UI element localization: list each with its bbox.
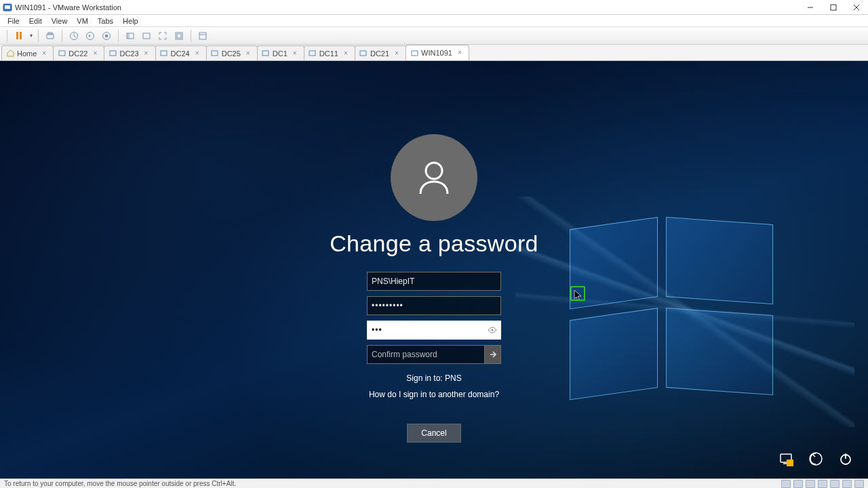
tab-dc1[interactable]: DC1 × [257, 45, 304, 60]
svg-rect-16 [177, 34, 181, 38]
reveal-password-icon[interactable] [487, 325, 498, 336]
new-password-input[interactable] [372, 321, 496, 339]
page-title: Change a password [330, 230, 538, 257]
tab-label: DC21 [370, 49, 389, 58]
status-hint: To return to your computer, move the mou… [4, 480, 236, 487]
ease-of-access-icon[interactable] [808, 451, 823, 466]
tab-label: DC23 [119, 49, 138, 58]
snapshot-manager-button[interactable] [99, 29, 114, 43]
close-icon[interactable]: × [246, 50, 253, 57]
app-icon [3, 3, 12, 12]
vm-icon [359, 49, 368, 58]
svg-rect-23 [262, 51, 269, 56]
svg-rect-13 [127, 33, 130, 39]
home-icon [6, 49, 14, 58]
new-password-field[interactable] [367, 321, 501, 340]
minimize-button[interactable] [799, 0, 822, 14]
svg-point-28 [492, 329, 494, 331]
tab-dc23[interactable]: DC23 × [104, 45, 155, 60]
tab-dc22[interactable]: DC22 × [53, 45, 104, 60]
tray-device-icon[interactable] [818, 480, 827, 488]
statusbar: To return to your computer, move the mou… [0, 479, 868, 488]
svg-rect-11 [105, 35, 108, 37]
svg-rect-19 [59, 51, 65, 56]
vm-icon [410, 49, 418, 57]
vm-icon [262, 49, 270, 58]
warning-badge-icon [787, 460, 793, 466]
maximize-button[interactable] [822, 0, 845, 14]
network-icon[interactable] [778, 451, 793, 466]
menu-tabs[interactable]: Tabs [93, 16, 118, 26]
svg-rect-3 [831, 5, 836, 10]
power-dropdown[interactable]: ▾ [28, 29, 34, 43]
window-controls [799, 0, 868, 14]
tab-dc21[interactable]: DC21 × [355, 45, 406, 60]
tab-label: DC11 [319, 49, 338, 58]
view-single-button[interactable] [139, 29, 154, 43]
unity-button[interactable] [172, 29, 186, 43]
close-icon[interactable]: × [293, 50, 300, 57]
titlebar: WIN1091 - VMware Workstation [0, 0, 868, 15]
tab-label: Home [17, 49, 37, 58]
fullscreen-button[interactable] [155, 29, 170, 43]
close-button[interactable] [845, 0, 868, 14]
close-icon[interactable]: × [344, 50, 351, 57]
vm-icon [309, 49, 317, 58]
user-icon [412, 156, 456, 199]
tray-device-icon[interactable] [842, 480, 852, 488]
tray-device-icon[interactable] [830, 480, 840, 488]
tray-device-icon[interactable] [854, 480, 864, 488]
signin-domain-label: Sign in to: PNS [406, 373, 461, 383]
confirm-password-field[interactable] [367, 345, 501, 364]
tray-device-icon[interactable] [806, 480, 815, 488]
view-console-button[interactable] [123, 29, 138, 43]
tray-device-icon[interactable] [793, 480, 803, 488]
close-icon[interactable]: × [42, 50, 49, 57]
vm-icon [211, 49, 219, 58]
svg-rect-21 [161, 51, 167, 56]
menubar: File Edit View VM Tabs Help [0, 15, 868, 27]
other-domain-link[interactable]: How do I sign in to another domain? [369, 390, 499, 399]
close-icon[interactable]: × [395, 50, 401, 57]
library-button[interactable] [195, 29, 210, 43]
old-password-field[interactable] [367, 296, 501, 315]
svg-rect-25 [360, 51, 366, 56]
power-icon[interactable] [838, 451, 853, 466]
close-icon[interactable]: × [93, 50, 100, 57]
vm-icon [58, 49, 66, 58]
menu-vm[interactable]: VM [72, 16, 93, 26]
tab-dc24[interactable]: DC24 × [155, 45, 207, 60]
tab-label: WIN1091 [421, 49, 452, 57]
send-ctrl-alt-del-button[interactable] [43, 29, 58, 43]
menu-view[interactable]: View [47, 16, 73, 26]
tab-home[interactable]: Home × [1, 45, 54, 60]
tab-dc25[interactable]: DC25 × [206, 45, 258, 60]
snapshot-revert-button[interactable] [83, 29, 98, 43]
vm-icon [160, 49, 168, 58]
svg-rect-20 [110, 51, 116, 56]
svg-rect-1 [5, 5, 10, 9]
pause-button[interactable] [12, 29, 26, 43]
tab-win1091[interactable]: WIN1091 × [406, 45, 469, 60]
svg-point-27 [426, 163, 442, 179]
submit-button[interactable] [484, 346, 500, 363]
old-password-input[interactable] [372, 297, 496, 314]
tab-dc11[interactable]: DC11 × [304, 45, 355, 60]
change-password-panel: Change a password Sign in to: PNS How do… [332, 134, 536, 443]
tray-device-icon[interactable] [781, 480, 791, 488]
username-input[interactable] [372, 272, 496, 290]
cancel-button[interactable]: Cancel [407, 424, 461, 443]
menu-file[interactable]: File [3, 16, 24, 26]
menu-edit[interactable]: Edit [24, 16, 47, 26]
menu-help[interactable]: Help [118, 16, 143, 26]
snapshot-take-button[interactable] [66, 29, 81, 43]
guest-viewport[interactable]: Change a password Sign in to: PNS How do… [0, 61, 868, 479]
close-icon[interactable]: × [458, 49, 465, 56]
svg-rect-26 [412, 51, 418, 56]
close-icon[interactable]: × [144, 50, 151, 57]
confirm-password-input[interactable] [372, 346, 480, 363]
svg-rect-24 [309, 51, 315, 56]
username-field[interactable] [367, 272, 501, 291]
svg-rect-22 [212, 51, 218, 56]
close-icon[interactable]: × [195, 50, 202, 57]
